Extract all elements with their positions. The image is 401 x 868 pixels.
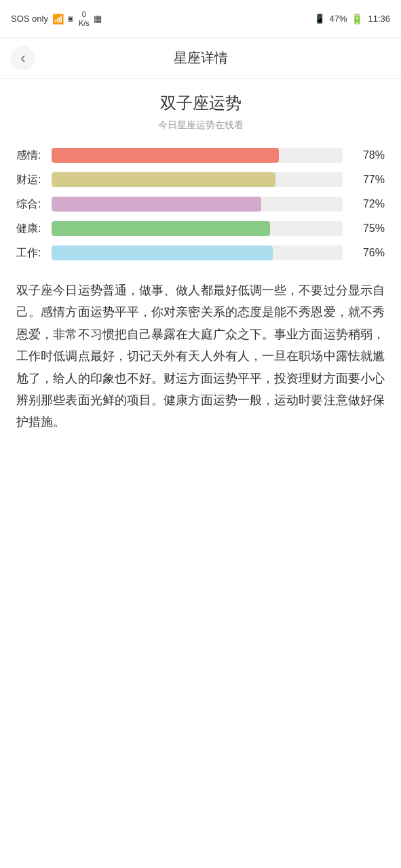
- stat-row-work: 工作: 76%: [16, 245, 385, 260]
- stat-bar-bg-wealth: [52, 172, 343, 187]
- stat-bar-bg-overall: [52, 197, 343, 212]
- stat-label-overall: 综合:: [16, 197, 52, 212]
- status-bar: SOS only 📶 ◈ 0K/s ▦ 📱 47% 🔋 11:36: [0, 0, 401, 38]
- stat-bar-wealth: [52, 172, 275, 187]
- horoscope-title: 双子座运势: [16, 92, 385, 114]
- time-display: 11:36: [368, 14, 390, 24]
- sim-icon: 📱: [314, 14, 325, 24]
- stat-row-overall: 综合: 72%: [16, 197, 385, 212]
- extra-icon: ▦: [94, 14, 102, 24]
- data-speed: 0K/s: [79, 10, 90, 26]
- status-left: SOS only 📶 ◈ 0K/s ▦: [11, 10, 102, 26]
- sos-text: SOS only: [11, 14, 48, 24]
- stat-bar-overall: [52, 197, 261, 212]
- stat-percent-overall: 72%: [352, 198, 385, 210]
- stat-label-emotion: 感情:: [16, 149, 52, 163]
- stat-row-health: 健康: 75%: [16, 221, 385, 236]
- stat-bar-work: [52, 245, 273, 260]
- stat-label-health: 健康:: [16, 222, 52, 236]
- main-content: 双子座运势 今日星座运势在线看 感情: 78% 财运: 77% 综合: 72%: [0, 79, 401, 447]
- stats-container: 感情: 78% 财运: 77% 综合: 72% 健康: 75%: [16, 148, 385, 260]
- horoscope-header: 双子座运势 今日星座运势在线看: [16, 92, 385, 132]
- signal-icon: 📶: [52, 14, 64, 24]
- status-right: 📱 47% 🔋 11:36: [314, 13, 390, 25]
- stat-row-emotion: 感情: 78%: [16, 148, 385, 163]
- battery-icon: 🔋: [351, 13, 364, 25]
- back-button[interactable]: ‹: [11, 46, 35, 71]
- stat-bar-bg-work: [52, 245, 343, 260]
- stat-percent-work: 76%: [352, 247, 385, 259]
- stat-percent-wealth: 77%: [352, 174, 385, 186]
- horoscope-description: 双子座今日运势普通，做事、做人都最好低调一些，不要过分显示自己。感情方面运势平平…: [16, 279, 385, 433]
- horoscope-subtitle: 今日星座运势在线看: [16, 119, 385, 132]
- wifi-icon: ◈: [65, 13, 77, 25]
- stat-bar-emotion: [52, 148, 279, 163]
- page-title: 星座详情: [174, 49, 228, 67]
- stat-row-wealth: 财运: 77%: [16, 172, 385, 187]
- stat-bar-bg-health: [52, 221, 343, 236]
- stat-percent-emotion: 78%: [352, 149, 385, 161]
- nav-bar: ‹ 星座详情: [0, 38, 401, 79]
- battery-percent: 47%: [329, 14, 347, 24]
- back-icon: ‹: [20, 50, 25, 67]
- stat-bar-bg-emotion: [52, 148, 343, 163]
- stat-label-work: 工作:: [16, 246, 52, 260]
- stat-bar-health: [52, 221, 270, 236]
- stat-label-wealth: 财运:: [16, 173, 52, 187]
- stat-percent-health: 75%: [352, 222, 385, 235]
